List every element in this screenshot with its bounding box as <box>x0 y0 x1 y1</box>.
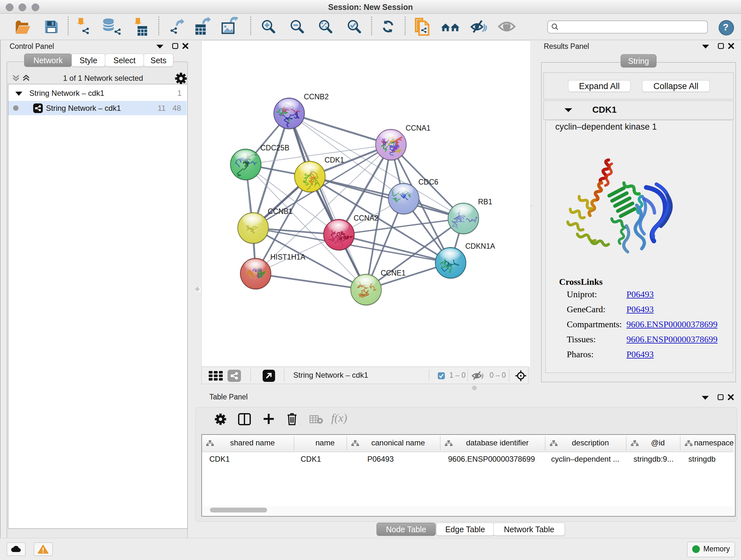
svg-text:CCNE1: CCNE1 <box>381 269 406 277</box>
svg-text:CDK1: CDK1 <box>325 156 344 164</box>
svg-text:CCNB1: CCNB1 <box>268 207 293 215</box>
svg-text:CDC6: CDC6 <box>418 178 439 186</box>
svg-text:RB1: RB1 <box>478 198 492 206</box>
svg-text:CCNB2: CCNB2 <box>304 92 329 101</box>
svg-text:HIST1H1A: HIST1H1A <box>270 253 306 261</box>
svg-text:CCNA1: CCNA1 <box>406 124 430 132</box>
svg-text:CDC25B: CDC25B <box>260 144 289 152</box>
svg-text:CCNA2: CCNA2 <box>354 214 379 222</box>
svg-text:CDKN1A: CDKN1A <box>465 242 495 250</box>
